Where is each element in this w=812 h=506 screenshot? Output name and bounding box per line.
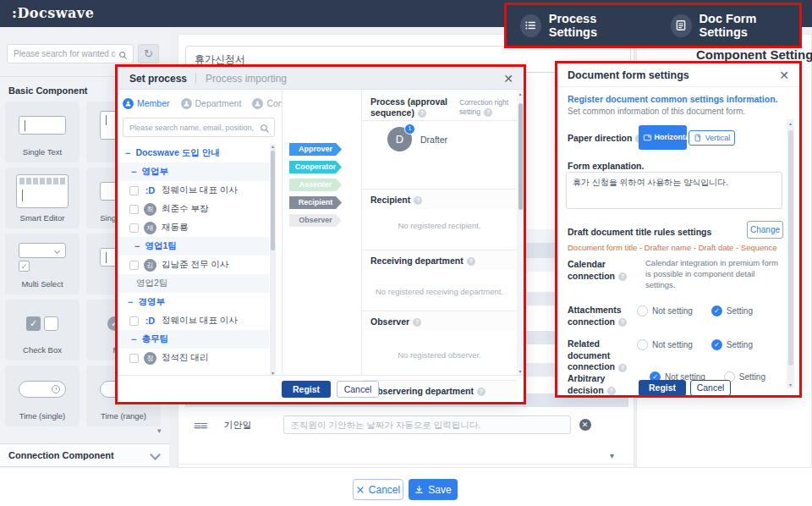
help-icon[interactable]: ?: [418, 109, 426, 118]
change-button[interactable]: Change: [747, 221, 783, 239]
help-icon[interactable]: ?: [618, 318, 627, 327]
tree-group[interactable]: −경영부: [118, 293, 269, 311]
tree-member[interactable]: D정웨이브 대표 이사: [118, 311, 269, 330]
collapse-icon[interactable]: −: [128, 297, 133, 307]
cancel-button[interactable]: Cancel: [353, 479, 403, 500]
radio-not-setting[interactable]: Not setting: [637, 305, 693, 316]
section-recipient: Recipient?: [362, 189, 517, 209]
connection-component-section[interactable]: Connection Component: [0, 443, 169, 467]
regist-button[interactable]: Regist: [639, 380, 686, 396]
recipient-button[interactable]: Recipient: [289, 196, 342, 209]
divider: [195, 73, 196, 84]
tree-member[interactable]: 최최준수 부장: [118, 200, 269, 218]
checkbox[interactable]: [129, 354, 139, 363]
member-search-input[interactable]: [123, 118, 275, 137]
tree-member[interactable]: 재재동룡: [118, 218, 269, 237]
drag-handle-icon[interactable]: ≡≡: [194, 418, 207, 432]
help-icon[interactable]: ?: [484, 108, 492, 117]
collapse-icon[interactable]: −: [125, 148, 130, 158]
portrait-page-icon: [694, 134, 702, 142]
modal-title: Document form settings: [568, 69, 689, 81]
approver-button[interactable]: Approver: [289, 143, 342, 156]
doc-form-settings-button[interactable]: Doc Form Settings: [671, 12, 799, 39]
process-title: Process (approval sequence)?: [370, 96, 455, 118]
header-nav: Process Settings Doc Form Settings: [507, 5, 799, 46]
tree-group[interactable]: −영업부: [118, 162, 269, 181]
tree-group[interactable]: 영업2팀: [118, 274, 269, 293]
tree-member[interactable]: 김김남준 전무 이사: [118, 256, 269, 274]
process-settings-button[interactable]: Process Settings: [520, 12, 640, 39]
draft-date-input[interactable]: [283, 415, 571, 434]
vertical-button[interactable]: Vertical: [689, 130, 735, 146]
draft-date-label: 기안일: [224, 419, 283, 432]
help-icon[interactable]: ?: [467, 257, 475, 266]
tree-group[interactable]: −총무팀: [118, 330, 269, 349]
help-icon[interactable]: ?: [607, 387, 616, 395]
help-icon[interactable]: ?: [414, 196, 422, 205]
member-tabs: Member Department Contacts D: [123, 95, 283, 112]
tree-group[interactable]: −Docswave 도입 안내: [118, 144, 269, 162]
canvas-scroll-down-icon[interactable]: ▾: [610, 451, 614, 460]
radio-not-setting[interactable]: Not setting: [637, 339, 693, 350]
tree-member[interactable]: 정정석진 대리: [118, 349, 269, 367]
collapse-icon[interactable]: −: [131, 167, 136, 177]
tree-member[interactable]: D정웨이브 대표 이사: [118, 181, 269, 200]
help-icon[interactable]: ?: [413, 318, 421, 327]
person-icon: [252, 98, 263, 109]
order-badge: 1: [404, 124, 415, 135]
component-card-smart-editor[interactable]: Smart Editor: [5, 168, 80, 228]
radio-setting[interactable]: ✓Setting: [711, 339, 753, 350]
checkbox[interactable]: [129, 223, 139, 233]
assenter-button[interactable]: Assenter: [289, 179, 342, 191]
tab-department[interactable]: Department: [181, 98, 242, 109]
help-icon[interactable]: ?: [618, 364, 627, 372]
component-card-check-box[interactable]: ✓ Check Box: [5, 300, 80, 360]
cooperator-button[interactable]: Cooperator: [289, 161, 342, 173]
list-icon: [520, 14, 541, 37]
chevron-down-icon: [150, 449, 161, 460]
empty-receiving-text: No registered receiving department.: [362, 287, 517, 296]
checkbox[interactable]: [129, 316, 139, 326]
tree-group[interactable]: −영업1팀: [118, 237, 269, 256]
tab-contacts[interactable]: Contacts: [252, 98, 283, 109]
observer-button[interactable]: Observer: [289, 214, 342, 227]
help-icon[interactable]: ?: [618, 272, 627, 281]
collapse-icon[interactable]: −: [131, 334, 136, 344]
checkbox[interactable]: [129, 186, 139, 195]
component-card-time-single[interactable]: Time (single): [5, 366, 80, 426]
checkbox[interactable]: [129, 261, 139, 270]
component-card-multi-select[interactable]: ✓ Multi Select: [5, 234, 80, 294]
draft-date-row: ≡≡ 기안일 ✕: [185, 413, 628, 437]
radio-setting[interactable]: ✓Setting: [711, 305, 753, 316]
smart-editor-mock: [16, 174, 69, 208]
org-tree: −Docswave 도입 안내 −영업부 D정웨이브 대표 이사 최최준수 부장…: [118, 144, 283, 375]
regist-button[interactable]: Regist: [282, 381, 331, 398]
modal-footer: Regist Cancel: [118, 375, 524, 402]
cancel-button[interactable]: Cancel: [690, 380, 731, 396]
tab-set-process[interactable]: Set process: [129, 73, 187, 85]
cancel-button[interactable]: Cancel: [337, 381, 379, 398]
x-icon: [356, 486, 365, 494]
close-icon[interactable]: ✕: [503, 72, 513, 85]
tab-process-importing[interactable]: Process importing: [206, 73, 287, 85]
sidebar-scroll-down-icon[interactable]: ▾: [157, 426, 162, 435]
tree-scrollbar[interactable]: ▴▾: [270, 144, 276, 375]
save-button[interactable]: Save: [409, 479, 458, 500]
form-explanation-input[interactable]: 휴가 신청을 위하여 사용하는 양식입니다.: [566, 172, 782, 209]
collapse-icon[interactable]: −: [134, 241, 140, 251]
horizontal-button[interactable]: Horizontal: [639, 125, 687, 150]
refresh-button[interactable]: ↻: [138, 44, 159, 63]
remove-row-icon[interactable]: ✕: [579, 419, 591, 431]
save-icon: [414, 485, 424, 494]
tab-member[interactable]: Member: [123, 98, 170, 109]
component-search-input[interactable]: [7, 44, 134, 63]
component-card-single-text[interactable]: Single Text: [5, 102, 80, 162]
drafter-node[interactable]: D1 Drafter: [387, 127, 447, 151]
checkbox[interactable]: [129, 205, 139, 214]
title-rule-value: Document form title - Drafter name - Dra…: [568, 243, 777, 252]
process-scrollbar[interactable]: ▴▾: [517, 90, 524, 375]
docform-scrollbar[interactable]: ▴▾: [787, 119, 794, 388]
radio-icon: [637, 305, 648, 316]
document-form-settings-modal: Document form settings ✕ Register docume…: [557, 63, 799, 395]
close-icon[interactable]: ✕: [779, 69, 789, 82]
